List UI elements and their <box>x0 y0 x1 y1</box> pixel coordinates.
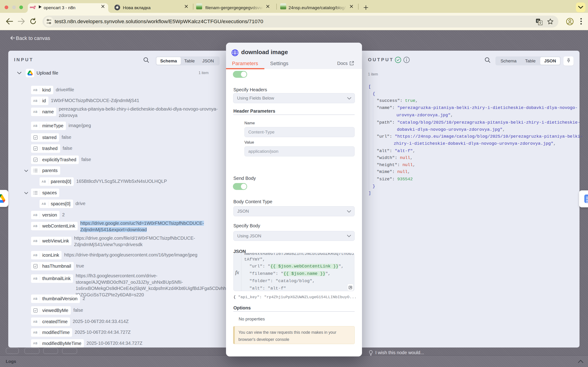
svg-text:文: 文 <box>539 21 542 25</box>
